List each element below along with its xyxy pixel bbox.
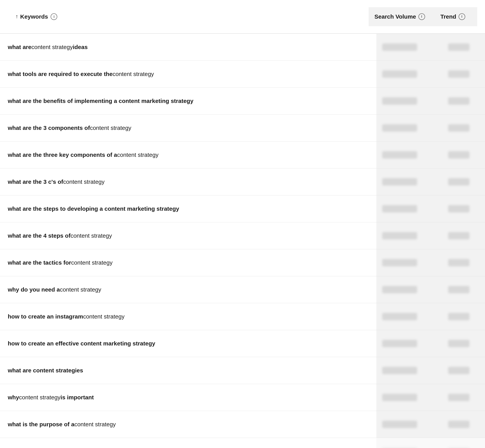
search-volume-blurred <box>382 70 417 78</box>
keyword-bold: what are the 3 c's of <box>8 177 63 186</box>
keyword-cell[interactable]: what are the three key components of a c… <box>0 142 376 168</box>
trend-cell <box>442 384 485 411</box>
keyword-cell[interactable]: what tools are required to execute the c… <box>0 61 376 88</box>
search-volume-blurred <box>382 151 417 159</box>
table-row: what are content strategy ideas <box>0 34 485 61</box>
keywords-table: ↑ Keywords i Search Volume i Trend i wha… <box>0 0 485 448</box>
trend-blurred <box>448 43 469 51</box>
header-trend-cell: Trend i <box>435 7 477 26</box>
keyword-cell[interactable]: what are content strategy ideas <box>0 34 376 60</box>
trend-blurred <box>448 340 469 347</box>
keyword-normal: content strategy <box>24 447 66 448</box>
keyword-bold: what are the benefits of implementing a … <box>8 97 193 105</box>
keyword-normal: content strategy <box>71 258 113 267</box>
trend-blurred <box>448 97 469 105</box>
table-row: which content strategy did brazilian sho… <box>0 438 485 448</box>
keyword-cell[interactable]: what are the benefits of implementing a … <box>0 88 376 114</box>
search-volume-cell <box>376 384 442 411</box>
keyword-normal: content strategy <box>63 177 105 186</box>
keywords-info-icon[interactable]: i <box>51 13 57 20</box>
keyword-normal: content strategy <box>70 232 112 240</box>
trend-blurred <box>448 286 469 293</box>
keyword-cell[interactable]: what are content strategies <box>0 357 376 384</box>
table-row: what are the steps to developing a conte… <box>0 195 485 222</box>
trend-cell <box>442 276 485 303</box>
keyword-cell[interactable]: what are the steps to developing a conte… <box>0 195 376 222</box>
keyword-bold: what are the tactics for <box>8 258 71 267</box>
keyword-bold-end: is important <box>60 393 94 402</box>
keyword-normal: content strategy <box>32 43 73 51</box>
search-volume-blurred <box>382 43 417 51</box>
trend-cell <box>442 88 485 114</box>
trend-blurred <box>448 367 469 374</box>
trend-blurred <box>448 205 469 212</box>
keyword-cell[interactable]: why do you need a content strategy <box>0 276 376 303</box>
trend-cell <box>442 142 485 168</box>
search-volume-blurred <box>382 421 417 428</box>
table-row: why do you need a content strategy <box>0 276 485 303</box>
keyword-cell[interactable]: what are the 4 steps of content strategy <box>0 222 376 249</box>
table-row: what are the three key components of a c… <box>0 142 485 168</box>
trend-header-label: Trend <box>440 13 456 20</box>
search-volume-cell <box>376 115 442 141</box>
trend-blurred <box>448 232 469 240</box>
keyword-bold-end: ideas <box>73 43 88 51</box>
keyword-bold: what are the steps to developing a conte… <box>8 205 179 213</box>
table-body: what are content strategy ideaswhat tool… <box>0 34 485 448</box>
keyword-bold: what are the 4 steps of <box>8 232 70 240</box>
table-row: what is the purpose of a content strateg… <box>0 411 485 438</box>
keyword-normal: content strategy <box>74 420 116 429</box>
keyword-cell[interactable]: what are the 3 components of content str… <box>0 115 376 141</box>
keyword-normal: content strategy <box>19 393 60 402</box>
trend-blurred <box>448 259 469 266</box>
keyword-cell[interactable]: what are the 3 c's of content strategy <box>0 168 376 195</box>
table-row: what are the tactics for content strateg… <box>0 249 485 276</box>
keyword-normal: content strategy <box>60 285 101 294</box>
keyword-bold: what are the 3 components of <box>8 124 90 132</box>
search-volume-blurred <box>382 313 417 320</box>
search-volume-blurred <box>382 394 417 401</box>
trend-blurred <box>448 313 469 320</box>
trend-cell <box>442 34 485 60</box>
trend-cell <box>442 438 485 448</box>
trend-blurred <box>448 124 469 132</box>
search-volume-blurred <box>382 124 417 132</box>
keyword-normal: content strategy <box>90 124 131 132</box>
keyword-normal: content strategy <box>117 151 158 159</box>
keyword-bold-end: did brazilian shoe <box>66 447 115 448</box>
keyword-bold: why do you need a <box>8 285 60 294</box>
search-volume-blurred <box>382 178 417 185</box>
keyword-bold: what are the three key components of a <box>8 151 117 159</box>
table-header: ↑ Keywords i Search Volume i Trend i <box>0 0 485 34</box>
keywords-header-label: Keywords <box>20 12 48 21</box>
trend-blurred <box>448 70 469 78</box>
trend-cell <box>442 357 485 384</box>
trend-cell <box>442 411 485 438</box>
search-volume-info-icon[interactable]: i <box>419 13 425 20</box>
keyword-bold: how to create an instagram <box>8 312 83 321</box>
keyword-cell[interactable]: which content strategy did brazilian sho… <box>0 438 376 448</box>
table-row: how to create an effective content marke… <box>0 330 485 357</box>
search-volume-cell <box>376 330 442 357</box>
keyword-normal: content strategy <box>83 312 124 321</box>
header-keywords-cell: ↑ Keywords i <box>8 6 369 27</box>
keyword-cell[interactable]: how to create an effective content marke… <box>0 330 376 357</box>
search-volume-blurred <box>382 340 417 347</box>
sort-icon: ↑ <box>16 13 18 21</box>
search-volume-cell <box>376 88 442 114</box>
table-row: what tools are required to execute the c… <box>0 61 485 88</box>
search-volume-cell <box>376 357 442 384</box>
trend-blurred <box>448 178 469 185</box>
keyword-bold: which <box>8 447 24 448</box>
keyword-cell[interactable]: what is the purpose of a content strateg… <box>0 411 376 438</box>
search-volume-cell <box>376 438 442 448</box>
search-volume-blurred <box>382 259 417 266</box>
trend-cell <box>442 249 485 276</box>
table-row: what are the 4 steps of content strategy <box>0 222 485 249</box>
search-volume-cell <box>376 195 442 222</box>
keyword-cell[interactable]: how to create an instagram content strat… <box>0 303 376 330</box>
trend-info-icon[interactable]: i <box>459 13 465 20</box>
keyword-cell[interactable]: what are the tactics for content strateg… <box>0 249 376 276</box>
search-volume-cell <box>376 61 442 88</box>
keyword-cell[interactable]: why content strategy is important <box>0 384 376 411</box>
